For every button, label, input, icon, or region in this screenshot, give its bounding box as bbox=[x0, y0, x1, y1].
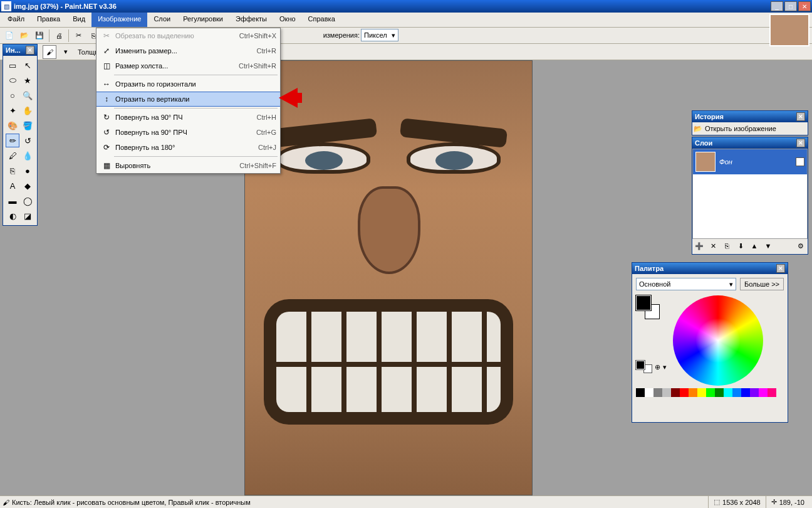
color-swatch[interactable] bbox=[768, 388, 776, 397]
color-swatch[interactable] bbox=[750, 388, 759, 397]
layer-visibility-checkbox[interactable]: ✓ bbox=[796, 157, 804, 166]
color-swatch[interactable] bbox=[680, 388, 689, 397]
tool-button[interactable]: ✦ bbox=[6, 103, 19, 117]
color-swatch[interactable] bbox=[732, 388, 741, 397]
tool-button[interactable]: 🔍 bbox=[21, 88, 34, 102]
save-icon[interactable]: 💾 bbox=[33, 29, 46, 43]
tool-button[interactable]: ✏ bbox=[6, 134, 19, 147]
image-content bbox=[245, 61, 532, 495]
color-wheel[interactable] bbox=[673, 295, 763, 386]
more-button[interactable]: Больше >> bbox=[740, 278, 784, 290]
color-swatch[interactable] bbox=[715, 388, 724, 397]
move-down-icon[interactable]: ▼ bbox=[763, 240, 774, 251]
menu-изображение[interactable]: Изображение bbox=[91, 13, 147, 27]
menu-item[interactable]: ↺Повернуть на 90° ПРЧCtrl+G bbox=[96, 125, 280, 140]
mini-colors[interactable] bbox=[636, 361, 652, 373]
tool-button[interactable]: ▬ bbox=[6, 194, 19, 208]
close-button[interactable]: ✕ bbox=[798, 1, 811, 11]
menu-item[interactable]: ↔Отразить по горизонтали bbox=[96, 77, 280, 92]
add-swatch-icon[interactable]: ⊕ bbox=[655, 363, 660, 371]
menu-правка[interactable]: Правка bbox=[31, 13, 66, 27]
history-panel-title[interactable]: История ✕ bbox=[692, 111, 808, 122]
color-swatch[interactable] bbox=[741, 388, 750, 397]
menubar: ФайлПравкаВидИзображениеСлоиРегулировкиЭ… bbox=[0, 13, 812, 28]
color-swatch[interactable] bbox=[653, 388, 662, 397]
color-swatch[interactable] bbox=[645, 388, 653, 397]
close-icon[interactable]: ✕ bbox=[796, 112, 805, 121]
primary-color[interactable] bbox=[636, 295, 651, 310]
tool-button[interactable]: ↺ bbox=[21, 134, 34, 147]
dropdown-icon[interactable]: ▾ bbox=[59, 45, 73, 59]
layers-panel-title[interactable]: Слои ✕ bbox=[692, 137, 808, 149]
new-icon[interactable]: 📄 bbox=[3, 29, 16, 43]
menu-эффекты[interactable]: Эффекты bbox=[229, 13, 273, 27]
tool-button[interactable]: ✋ bbox=[21, 103, 34, 117]
menu-item[interactable]: ↕Отразить по вертикали bbox=[96, 92, 280, 107]
colors-panel-title[interactable]: Палитра ✕ bbox=[632, 263, 788, 274]
units-select[interactable]: Пиксел▾ bbox=[361, 29, 398, 41]
menu-item-shortcut: Ctrl+G bbox=[256, 129, 276, 136]
menu-item[interactable]: ◫Размер холста...Ctrl+Shift+R bbox=[96, 58, 280, 73]
tool-button[interactable]: 🎨 bbox=[6, 119, 19, 132]
menu-item[interactable]: ⤢Изменить размер...Ctrl+R bbox=[96, 43, 280, 58]
statusbar: 🖌 Кисть: Левый клик - рисовать основным … bbox=[0, 495, 812, 508]
properties-icon[interactable]: ⚙ bbox=[795, 240, 806, 251]
close-icon[interactable]: ✕ bbox=[26, 46, 34, 55]
color-swatch[interactable] bbox=[759, 388, 768, 397]
color-swatch[interactable] bbox=[671, 388, 680, 397]
color-swatch[interactable] bbox=[697, 388, 706, 397]
color-swatch[interactable] bbox=[724, 388, 732, 397]
tool-button[interactable]: ◯ bbox=[21, 194, 34, 208]
canvas-image[interactable] bbox=[244, 60, 533, 495]
tool-button[interactable]: ◆ bbox=[21, 179, 34, 193]
close-icon[interactable]: ✕ bbox=[796, 139, 805, 147]
color-swatch[interactable] bbox=[636, 388, 645, 397]
color-swatch[interactable] bbox=[706, 388, 715, 397]
tool-button[interactable]: ○ bbox=[6, 88, 19, 102]
status-size: ⬚1536 x 2048 bbox=[708, 496, 766, 508]
brush-icon[interactable]: 🖌 bbox=[43, 45, 56, 59]
tool-button[interactable]: 🖊 bbox=[6, 149, 19, 162]
tools-panel-title[interactable]: Ин... ✕ bbox=[3, 45, 37, 56]
open-icon[interactable]: 📂 bbox=[18, 29, 31, 43]
color-mode-select[interactable]: Основной▾ bbox=[636, 278, 736, 290]
close-icon[interactable]: ✕ bbox=[776, 264, 785, 273]
minimize-button[interactable]: _ bbox=[771, 1, 783, 11]
add-layer-icon[interactable]: ➕ bbox=[694, 240, 705, 251]
maximize-button[interactable]: □ bbox=[784, 1, 797, 11]
primary-secondary-colors[interactable] bbox=[636, 295, 660, 319]
menu-вид[interactable]: Вид bbox=[66, 13, 91, 27]
cut-icon[interactable]: ✂ bbox=[71, 29, 85, 43]
tool-button[interactable]: ↖ bbox=[21, 58, 34, 72]
merge-down-icon[interactable]: ⬇ bbox=[735, 240, 746, 251]
duplicate-layer-icon[interactable]: ⎘ bbox=[721, 240, 732, 251]
layer-item[interactable]: Фон ✓ bbox=[693, 149, 807, 174]
print-icon[interactable]: 🖨 bbox=[52, 29, 66, 43]
menu-item-icon: ⟳ bbox=[100, 143, 113, 152]
tool-button[interactable]: ◐ bbox=[6, 209, 19, 223]
delete-layer-icon[interactable]: ✕ bbox=[707, 240, 719, 251]
dropdown-icon[interactable]: ▾ bbox=[663, 363, 667, 371]
tool-button[interactable]: ◪ bbox=[21, 209, 34, 223]
color-swatch[interactable] bbox=[662, 388, 671, 397]
tool-button[interactable]: ▭ bbox=[6, 58, 19, 72]
menu-окно[interactable]: Окно bbox=[273, 13, 302, 27]
move-up-icon[interactable]: ▲ bbox=[749, 240, 760, 251]
menu-item[interactable]: ⟳Повернуть на 180°Ctrl+J bbox=[96, 140, 280, 155]
tool-button[interactable]: A bbox=[6, 179, 19, 193]
menu-регулировки[interactable]: Регулировки bbox=[177, 13, 229, 27]
tool-button[interactable]: ★ bbox=[21, 73, 34, 87]
menu-слои[interactable]: Слои bbox=[147, 13, 177, 27]
menu-item[interactable]: ▦ВыровнятьCtrl+Shift+F bbox=[96, 158, 280, 173]
menu-файл[interactable]: Файл bbox=[1, 13, 31, 27]
tool-button[interactable]: 🪣 bbox=[21, 119, 34, 132]
tool-button[interactable]: ⬭ bbox=[6, 73, 19, 87]
tool-button[interactable]: ● bbox=[21, 164, 34, 177]
color-swatch[interactable] bbox=[689, 388, 697, 397]
tool-button[interactable]: 💧 bbox=[21, 149, 34, 162]
tool-button[interactable]: ⎘ bbox=[6, 164, 19, 177]
menu-item[interactable]: ↻Повернуть на 90° ПЧCtrl+H bbox=[96, 110, 280, 125]
image-thumbnail[interactable] bbox=[769, 14, 809, 46]
history-item[interactable]: 📂 Открыть изображение bbox=[692, 122, 808, 135]
menu-справка[interactable]: Справка bbox=[302, 13, 341, 27]
